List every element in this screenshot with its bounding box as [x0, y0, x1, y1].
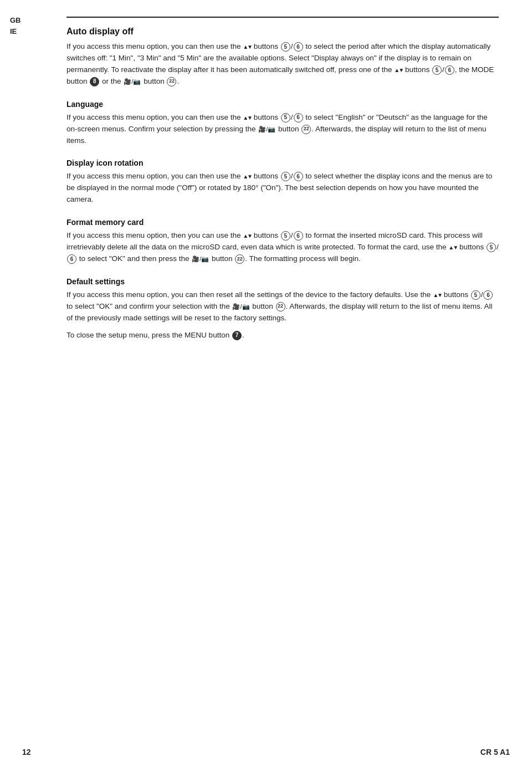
btn-22a: 22 — [167, 77, 176, 86]
section-auto-display-off: Auto display off If you access this menu… — [66, 27, 499, 88]
section-display-icon-rotation: Display icon rotation If you access this… — [66, 159, 499, 206]
display-icon-rotation-text: If you access this menu option, you can … — [66, 171, 499, 206]
arrow-updown-3: ▲▼ — [243, 114, 252, 120]
default-settings-text-2: To close the setup menu, press the MENU … — [66, 330, 499, 341]
sidebar-labels: GB IE — [10, 16, 21, 37]
section-default-settings: Default settings If you access this menu… — [66, 277, 499, 341]
arrow-updown-7: ▲▼ — [433, 292, 442, 298]
video-cam-icon-1: 🎥/📷 — [124, 77, 141, 86]
footer-page-number: 12 — [22, 748, 31, 756]
btn-6: 6 — [294, 42, 303, 52]
section-title-auto-display-off: Auto display off — [66, 27, 499, 37]
section-title-language: Language — [66, 100, 499, 109]
btn-5g: 5 — [471, 290, 480, 300]
btn-5e: 5 — [281, 231, 290, 241]
sidebar-label-gb: GB — [10, 16, 21, 25]
section-format-memory-card: Format memory card If you access this me… — [66, 218, 499, 265]
video-cam-icon-2: 🎥/📷 — [258, 125, 275, 134]
section-title-format-memory-card: Format memory card — [66, 218, 499, 227]
btn-22d: 22 — [276, 302, 285, 311]
btn-5b: 5 — [432, 65, 442, 75]
video-cam-icon-4: 🎥/📷 — [232, 302, 249, 311]
btn-7: 7 — [232, 331, 242, 340]
top-border — [66, 17, 499, 18]
arrow-updown-5: ▲▼ — [243, 233, 252, 239]
section-title-display-icon-rotation: Display icon rotation — [66, 159, 499, 167]
btn-8: 8 — [90, 77, 99, 86]
btn-5c: 5 — [281, 113, 290, 122]
btn-6b: 6 — [445, 65, 454, 75]
btn-22b: 22 — [301, 125, 311, 134]
btn-6d: 6 — [294, 172, 303, 181]
btn-6f: 6 — [67, 254, 76, 264]
btn-5d: 5 — [281, 172, 290, 181]
footer-model-number: CR 5 A1 — [480, 748, 510, 756]
language-text: If you access this menu option, you can … — [66, 112, 499, 147]
btn-5: 5 — [281, 42, 290, 52]
auto-display-off-text: If you access this menu option, you can … — [66, 41, 499, 88]
arrow-updown-2: ▲▼ — [394, 67, 403, 73]
arrow-updown-4: ▲▼ — [243, 173, 252, 180]
section-language: Language If you access this menu option,… — [66, 100, 499, 147]
btn-5f: 5 — [487, 243, 496, 252]
default-settings-text-1: If you access this menu option, you can … — [66, 289, 499, 324]
btn-6g: 6 — [483, 290, 493, 300]
arrow-updown-1: ▲▼ — [243, 44, 252, 50]
btn-22c: 22 — [235, 254, 244, 264]
video-cam-icon-3: 🎥/📷 — [192, 254, 209, 264]
arrow-updown-6: ▲▼ — [448, 244, 457, 250]
section-title-default-settings: Default settings — [66, 277, 499, 286]
sidebar-label-ie: IE — [10, 27, 21, 37]
btn-6c: 6 — [294, 113, 303, 122]
format-memory-card-text: If you access this menu option, then you… — [66, 230, 499, 265]
page-container: GB IE Auto display off If you access thi… — [0, 0, 532, 772]
main-content: Auto display off If you access this menu… — [66, 17, 499, 341]
btn-6e: 6 — [294, 231, 303, 241]
